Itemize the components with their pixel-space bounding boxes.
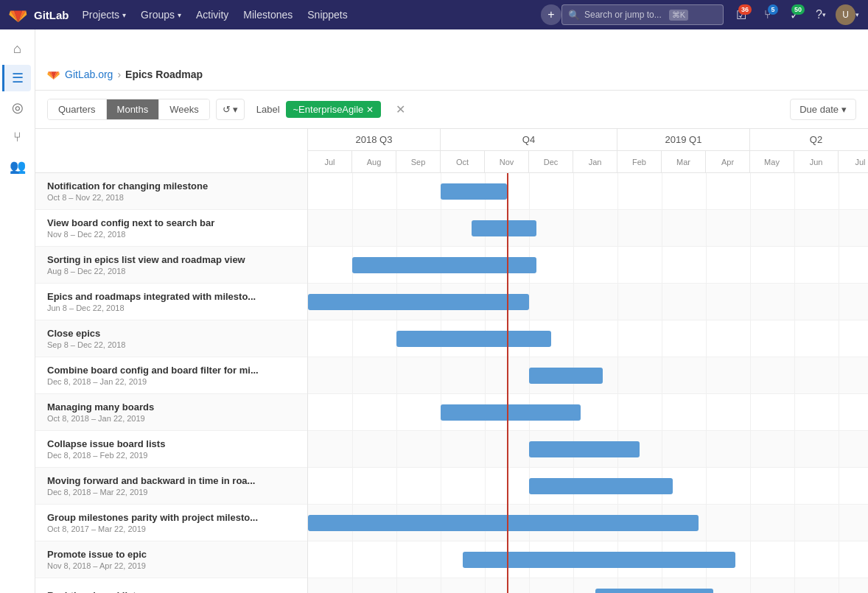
gantt-month-Jul: Jul — [839, 151, 868, 173]
gantt-row — [308, 431, 868, 468]
column-divider — [662, 284, 662, 320]
epic-title[interactable]: Promote issue to epic — [47, 549, 295, 560]
btn-quarters[interactable]: Quarters — [48, 99, 107, 119]
epic-bar[interactable] — [463, 552, 735, 568]
column-divider — [617, 247, 618, 283]
epic-title[interactable]: Epics and roadmaps integrated with miles… — [47, 291, 295, 302]
column-divider — [617, 357, 618, 393]
column-divider — [617, 320, 618, 357]
roadmap-label-row: Notification for changing milestoneOct 8… — [35, 173, 307, 210]
sidebar-roadmap[interactable]: ☰ — [2, 65, 31, 91]
column-divider — [794, 247, 795, 283]
gantt-quarter-2018Q3: 2018 Q3 — [308, 129, 441, 150]
column-divider — [794, 173, 795, 209]
filter-clear-button[interactable]: ✕ — [390, 98, 411, 121]
nav-milestones[interactable]: Milestones — [236, 0, 300, 29]
column-divider — [617, 284, 618, 320]
epic-bar[interactable] — [441, 183, 507, 200]
epic-title[interactable]: Sorting in epics list view and roadmap v… — [47, 254, 295, 265]
column-divider — [750, 210, 751, 246]
breadcrumb-org[interactable]: GitLab.org — [65, 69, 113, 80]
epic-bar[interactable] — [529, 368, 603, 384]
column-divider — [662, 320, 662, 357]
epic-title[interactable]: Moving forward and backward in time in r… — [47, 475, 295, 486]
roadmap-label-row: View board config next to search barNov … — [35, 210, 307, 247]
column-divider — [352, 431, 353, 467]
top-nav: GitLab Projects ▾ Groups ▾ Activity Mile… — [0, 0, 868, 29]
tag-close-button[interactable]: ✕ — [366, 105, 374, 115]
column-divider — [352, 210, 353, 246]
column-divider — [794, 431, 795, 467]
reset-button[interactable]: ↺ ▾ — [216, 99, 245, 120]
gantt-row — [308, 505, 868, 541]
epic-bar[interactable] — [441, 404, 581, 421]
column-divider — [529, 578, 530, 593]
epic-title[interactable]: Real-time board lists — [47, 590, 295, 593]
nav-todo-button[interactable]: ☑ 36 — [729, 3, 753, 27]
sidebar-members[interactable]: 👥 — [4, 153, 31, 180]
epic-bar[interactable] — [308, 294, 529, 310]
column-divider — [662, 431, 662, 467]
epic-title[interactable]: Combine board config and board filter fo… — [47, 365, 295, 376]
epic-bar[interactable] — [529, 441, 640, 457]
column-divider — [839, 578, 839, 593]
epic-title[interactable]: View board config next to search bar — [47, 217, 295, 228]
nav-snippets[interactable]: Snippets — [300, 0, 354, 29]
nav-activity[interactable]: Activity — [189, 0, 236, 29]
column-divider — [750, 541, 751, 578]
gantt-month-Aug: Aug — [352, 151, 396, 173]
gantt-month-Jan: Jan — [573, 151, 617, 173]
column-divider — [750, 320, 751, 357]
gantt-row — [308, 173, 868, 210]
roadmap-container: Notification for changing milestoneOct 8… — [35, 129, 868, 593]
due-date-button[interactable]: Due date ▾ — [790, 99, 856, 120]
view-toggle-group: Quarters Months Weeks — [47, 99, 210, 120]
column-divider — [441, 431, 441, 467]
column-divider — [750, 468, 751, 504]
epic-bar[interactable] — [396, 331, 551, 347]
epic-title[interactable]: Managing many boards — [47, 401, 295, 413]
column-divider — [396, 578, 397, 593]
column-divider — [750, 394, 751, 430]
nav-search[interactable]: 🔍 Search or jump to... ⌘K — [561, 4, 724, 25]
breadcrumb-fox-icon — [47, 68, 60, 81]
column-divider — [573, 247, 574, 283]
nav-issues-button[interactable]: ✓ 50 — [783, 3, 806, 27]
sidebar-issues[interactable]: ◎ — [4, 94, 31, 121]
nav-groups[interactable]: Groups ▾ — [133, 0, 189, 29]
nav-groups-chevron: ▾ — [178, 11, 181, 19]
sidebar-home[interactable]: ⌂ — [4, 35, 31, 62]
btn-weeks[interactable]: Weeks — [159, 99, 209, 119]
epic-bar[interactable] — [472, 220, 536, 236]
nav-add-button[interactable]: + — [541, 4, 561, 25]
column-divider — [529, 284, 530, 320]
nav-avatar-chevron: ▾ — [855, 11, 859, 18]
nav-avatar-button[interactable]: U ▾ — [836, 3, 859, 27]
roadmap-gantt[interactable]: 2018 Q3Q42019 Q1Q2Q3 JulAugSepOctNovDecJ… — [308, 129, 868, 593]
nav-mr-button[interactable]: ⑂ 5 — [756, 3, 780, 27]
gantt-quarter-2019Q1: 2019 Q1 — [617, 129, 750, 150]
gantt-row — [308, 357, 868, 394]
column-divider — [839, 505, 839, 541]
epic-bar[interactable] — [529, 478, 673, 494]
btn-months[interactable]: Months — [107, 99, 160, 119]
epic-bar[interactable] — [308, 515, 699, 531]
epic-bar[interactable] — [595, 589, 713, 594]
nav-projects[interactable]: Projects ▾ — [75, 0, 134, 29]
gantt-month-Jun: Jun — [794, 151, 839, 173]
epic-title[interactable]: Close epics — [47, 328, 295, 339]
sidebar-merge-requests[interactable]: ⑂ — [4, 124, 31, 150]
roadmap-label-row: Combine board config and board filter fo… — [35, 357, 307, 394]
column-divider — [706, 284, 707, 320]
epic-title[interactable]: Collapse issue board lists — [47, 438, 295, 449]
epic-bar[interactable] — [352, 257, 536, 273]
column-divider — [706, 505, 707, 541]
nav-help-button[interactable]: ? ▾ — [809, 3, 833, 27]
nav-logo[interactable]: GitLab — [9, 5, 69, 24]
column-divider — [396, 173, 397, 209]
column-divider — [750, 431, 751, 467]
nav-todo-badge: 36 — [738, 4, 752, 15]
gantt-row — [308, 541, 868, 578]
epic-title[interactable]: Group milestones parity with project mil… — [47, 512, 295, 523]
epic-title[interactable]: Notification for changing milestone — [47, 180, 295, 192]
